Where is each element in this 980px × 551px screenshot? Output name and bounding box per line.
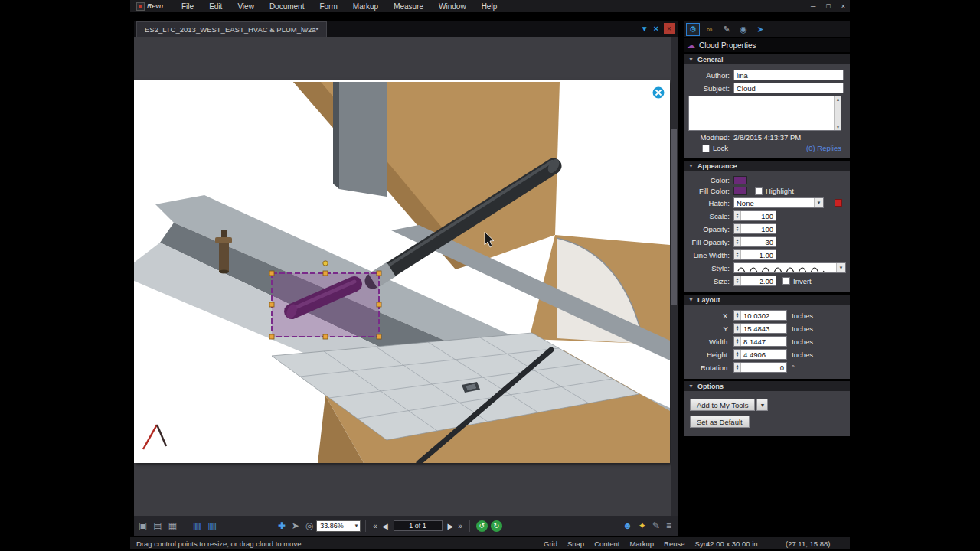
profile-icon[interactable]: ☻ [622, 520, 632, 531]
section-general-header[interactable]: ▼ General [684, 54, 850, 64]
properties-tab[interactable]: ⚙ [686, 23, 700, 36]
tool-chest-icon[interactable]: ≡ [666, 520, 671, 531]
replies-link[interactable]: (0) Replies [806, 144, 841, 152]
height-label: Height: [684, 350, 730, 359]
toggle-content[interactable]: Content [594, 540, 619, 548]
spinner-arrows[interactable]: ▲▼ [734, 237, 741, 246]
color-swatch[interactable] [733, 176, 747, 184]
select-icon[interactable]: ➤ [292, 520, 299, 531]
maximize-icon[interactable]: □ [826, 2, 830, 10]
set-as-default-button[interactable]: Set as Default [690, 416, 750, 428]
rotation-label: Rotation: [684, 364, 730, 372]
rotation-spinner[interactable]: ▲▼ 0 [733, 362, 787, 373]
markup-mode-icon[interactable]: ✎ [652, 520, 660, 531]
x-spinner[interactable]: ▲▼ 10.0302 [733, 310, 787, 321]
size-spinner[interactable]: ▲▼ 2.00 [733, 276, 776, 286]
add-to-my-tools-button[interactable]: Add to My Tools [690, 399, 755, 411]
scrollbar-thumb[interactable] [671, 129, 677, 305]
last-page-icon[interactable]: » [458, 522, 462, 530]
menu-view[interactable]: View [230, 2, 262, 11]
line-width-value: 1.00 [741, 251, 776, 259]
menu-measure[interactable]: Measure [386, 2, 431, 11]
width-spinner[interactable]: ▲▼ 8.1447 [733, 336, 787, 347]
scale-spinner[interactable]: ▲▼ 100 [733, 210, 776, 221]
scroll-up-icon[interactable]: ▲ [835, 97, 841, 102]
next-page-icon[interactable]: ▶ [448, 522, 454, 530]
spinner-arrows[interactable]: ▲▼ [734, 337, 741, 346]
close-icon[interactable]: × [841, 2, 845, 10]
height-spinner[interactable]: ▲▼ 4.4906 [733, 349, 787, 360]
y-spinner[interactable]: ▲▼ 15.4843 [733, 323, 787, 334]
menu-file[interactable]: File [174, 2, 201, 11]
section-appearance-header[interactable]: ▼ Appearance [684, 161, 850, 171]
first-page-icon[interactable]: « [373, 522, 377, 530]
page-blue-button[interactable] [653, 87, 665, 99]
invert-checkbox[interactable] [782, 277, 790, 285]
pan-icon[interactable]: ✚ [278, 520, 286, 531]
document-tab[interactable]: ES2_LTC_2013_WEST_EAST_HVAC & PLUM_lw2a* [136, 21, 327, 37]
menu-window[interactable]: Window [431, 2, 474, 11]
close-document-icon[interactable]: × [664, 23, 675, 34]
minimize-icon[interactable]: ─ [811, 2, 815, 10]
alerts-tab[interactable]: ➤ [753, 23, 767, 36]
file-access-icon[interactable]: ▦ [168, 520, 177, 531]
menu-document[interactable]: Document [262, 2, 312, 11]
hatch-color-swatch[interactable] [835, 199, 842, 207]
opacity-spinner[interactable]: ▲▼ 100 [733, 223, 776, 234]
author-field[interactable] [733, 70, 844, 80]
spinner-arrows[interactable]: ▲▼ [734, 211, 741, 220]
highlight-checkbox[interactable] [755, 187, 763, 195]
menu-form[interactable]: Form [312, 2, 345, 11]
cloud-markup[interactable] [272, 273, 379, 337]
section-layout-header[interactable]: ▼ Layout [684, 295, 850, 305]
spinner-arrows[interactable]: ▲▼ [734, 311, 741, 320]
filter-icon[interactable]: ▼ [641, 24, 648, 33]
subject-field[interactable] [733, 83, 844, 93]
menu-markup[interactable]: Markup [345, 2, 386, 11]
thumbnails-icon[interactable]: ▣ [139, 520, 147, 531]
tips-icon[interactable]: ✦ [639, 520, 646, 531]
fill-color-swatch[interactable] [733, 187, 747, 195]
page-indicator[interactable]: 1 of 1 [394, 520, 443, 531]
previous-view-icon[interactable]: ↺ [476, 520, 488, 532]
search-tab[interactable]: ∞ [703, 23, 717, 36]
spinner-arrows[interactable]: ▲▼ [734, 276, 741, 285]
previous-page-icon[interactable]: ◀ [382, 522, 388, 530]
style-dropdown[interactable]: ▼ [733, 262, 846, 273]
next-view-icon[interactable]: ↻ [491, 520, 502, 532]
add-to-my-tools-menu-button[interactable]: ▼ [756, 399, 768, 411]
split-view-icon[interactable]: ▥ [193, 520, 201, 531]
clear-filter-icon[interactable]: × [654, 24, 658, 33]
toggle-snap[interactable]: Snap [567, 540, 584, 548]
app-logo: Revu [136, 2, 163, 11]
spinner-arrows[interactable]: ▲▼ [734, 224, 741, 233]
toggle-reuse[interactable]: Reuse [664, 540, 684, 548]
line-width-spinner[interactable]: ▲▼ 1.00 [733, 249, 776, 260]
spinner-arrows[interactable]: ▲▼ [734, 324, 741, 333]
menu-edit[interactable]: Edit [201, 2, 230, 11]
scroll-down-icon[interactable]: ▼ [835, 125, 841, 129]
zoom-level-dropdown[interactable]: 33.86% ▼ [316, 520, 361, 532]
menu-help[interactable]: Help [474, 2, 505, 11]
web-tab[interactable]: ◉ [737, 23, 750, 36]
pdf-page[interactable] [134, 80, 670, 463]
zoom-tool-icon[interactable]: ◎ [305, 520, 313, 531]
comment-field[interactable]: ▲ ▼ [688, 96, 841, 131]
spinner-arrows[interactable]: ▲▼ [734, 350, 741, 359]
fill-opacity-spinner[interactable]: ▲▼ 30 [733, 236, 776, 247]
hatch-dropdown[interactable]: None ▼ [733, 197, 824, 208]
toggle-grid[interactable]: Grid [544, 540, 557, 548]
bottom-toolbar: ▣ ▤ ▦ ▥ ▥ ✚ ➤ ◎ 33.86% ▼ « ◀ 1 of 1 ▶ » … [134, 516, 678, 536]
bookmarks-icon[interactable]: ▤ [153, 520, 162, 531]
spinner-arrows[interactable]: ▲▼ [734, 363, 741, 372]
comment-scrollbar[interactable]: ▲ ▼ [834, 96, 841, 130]
section-options-header[interactable]: ▼ Options [684, 381, 850, 391]
toggle-markup[interactable]: Markup [629, 540, 654, 548]
section-layout: X: ▲▼ 10.0302 Inches Y: ▲▼ 15.4843 Inche… [684, 305, 850, 379]
markup-tools-tab[interactable]: ✎ [720, 23, 733, 36]
document-canvas[interactable] [134, 37, 678, 516]
spinner-arrows[interactable]: ▲▼ [734, 250, 741, 259]
lock-checkbox[interactable] [702, 145, 710, 152]
vertical-scrollbar[interactable] [671, 37, 678, 516]
multi-window-icon[interactable]: ▥ [207, 520, 216, 531]
